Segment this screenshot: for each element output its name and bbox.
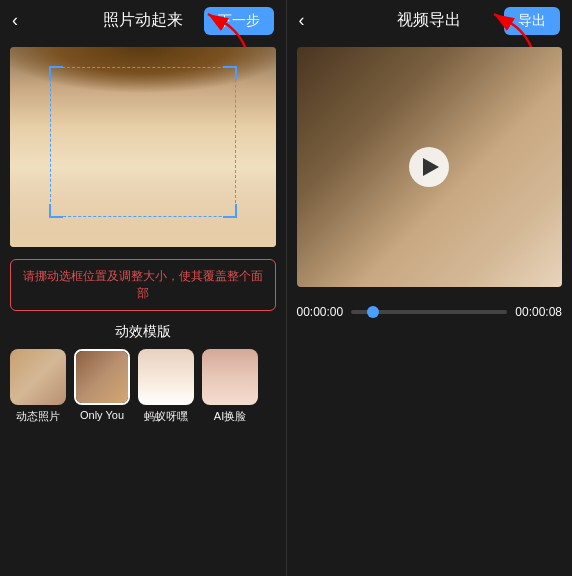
template-label-mayi: 蚂蚁呀嘿 bbox=[144, 409, 188, 424]
timeline: 00:00:00 00:00:08 bbox=[287, 293, 573, 331]
template-img-onlyyou bbox=[76, 351, 128, 403]
play-button[interactable] bbox=[409, 147, 449, 187]
left-header: ‹ 照片动起来 下一步 bbox=[0, 0, 286, 41]
left-photo bbox=[10, 47, 276, 247]
play-icon bbox=[423, 158, 439, 176]
crop-corner-tl bbox=[49, 66, 63, 80]
template-label-dongzhaopian: 动态照片 bbox=[16, 409, 60, 424]
template-img-dongzhaopian bbox=[10, 349, 66, 405]
video-preview-container bbox=[297, 47, 563, 287]
right-back-button[interactable]: ‹ bbox=[299, 10, 305, 31]
timeline-scrubber[interactable] bbox=[367, 306, 379, 318]
template-onlyyou[interactable]: Only You bbox=[74, 349, 130, 424]
right-title: 视频导出 bbox=[397, 10, 461, 31]
template-label-onlyyou: Only You bbox=[80, 409, 124, 421]
template-thumb-mayi bbox=[138, 349, 194, 405]
right-header: ‹ 视频导出 导出 bbox=[287, 0, 573, 41]
template-dongzhaopian[interactable]: 动态照片 bbox=[10, 349, 66, 424]
export-button[interactable]: 导出 bbox=[504, 7, 560, 35]
template-thumb-ai bbox=[202, 349, 258, 405]
template-img-mayi bbox=[138, 349, 194, 405]
instruction-text: 请挪动选框位置及调整大小，使其覆盖整个面部 bbox=[23, 269, 263, 300]
crop-corner-br bbox=[223, 204, 237, 218]
left-image-container bbox=[10, 47, 276, 247]
templates-section: 动效模版 动态照片 Only You 蚂蚁呀嘿 bbox=[0, 317, 286, 430]
next-button[interactable]: 下一步 bbox=[204, 7, 274, 35]
template-mayi[interactable]: 蚂蚁呀嘿 bbox=[138, 349, 194, 424]
crop-frame[interactable] bbox=[50, 67, 236, 217]
left-title: 照片动起来 bbox=[103, 10, 183, 31]
template-label-ai: AI换脸 bbox=[214, 409, 246, 424]
timeline-track[interactable] bbox=[351, 310, 507, 314]
templates-title: 动效模版 bbox=[10, 323, 276, 341]
crop-corner-tr bbox=[223, 66, 237, 80]
crop-corner-bl bbox=[49, 204, 63, 218]
time-end: 00:00:08 bbox=[515, 305, 562, 319]
instruction-box: 请挪动选框位置及调整大小，使其覆盖整个面部 bbox=[10, 259, 276, 311]
right-panel: ‹ 视频导出 导出 00:00:00 00:00:08 bbox=[287, 0, 573, 576]
template-img-ai bbox=[202, 349, 258, 405]
template-thumb-dongzhaopian bbox=[10, 349, 66, 405]
template-ai[interactable]: AI换脸 bbox=[202, 349, 258, 424]
left-panel: ‹ 照片动起来 下一步 请挪动选框位置及 bbox=[0, 0, 287, 576]
time-start: 00:00:00 bbox=[297, 305, 344, 319]
template-thumb-onlyyou bbox=[74, 349, 130, 405]
left-back-button[interactable]: ‹ bbox=[12, 10, 18, 31]
templates-row: 动态照片 Only You 蚂蚁呀嘿 AI换脸 bbox=[10, 349, 276, 424]
